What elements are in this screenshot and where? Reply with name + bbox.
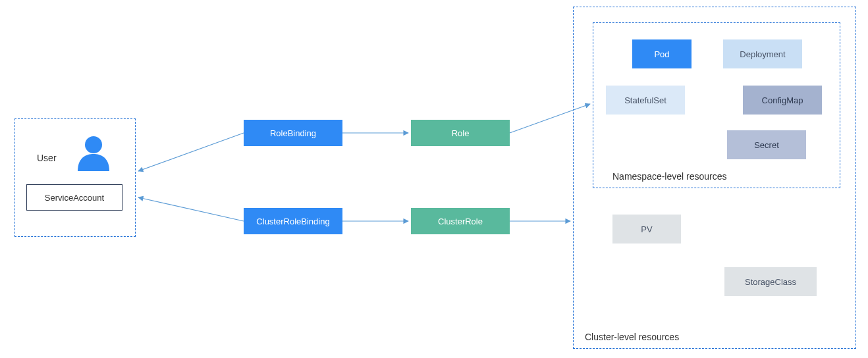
- arrow-clusterrolebinding-to-subjects: [138, 197, 244, 221]
- storageclass-label: StorageClass: [745, 277, 796, 287]
- clusterrolebinding-label: ClusterRoleBinding: [256, 217, 329, 226]
- rolebinding-label: RoleBinding: [270, 128, 316, 138]
- clusterrole-label: ClusterRole: [438, 217, 483, 226]
- statefulset-label: StatefulSet: [624, 95, 666, 105]
- cluster-level-caption: Cluster-level resources: [585, 332, 679, 342]
- service-account-box: ServiceAccount: [26, 184, 122, 211]
- user-icon: [72, 132, 115, 174]
- pod-label: Pod: [654, 49, 669, 59]
- namespace-level-caption: Namespace-level resources: [612, 171, 727, 182]
- secret-box: Secret: [727, 130, 806, 159]
- clusterrolebinding-box: ClusterRoleBinding: [244, 208, 342, 234]
- pv-label: PV: [641, 224, 652, 234]
- secret-label: Secret: [754, 140, 779, 150]
- deployment-label: Deployment: [740, 49, 785, 59]
- rolebinding-box: RoleBinding: [244, 120, 342, 146]
- configmap-label: ConfigMap: [762, 95, 803, 105]
- diagram-canvas: User ServiceAccount RoleBinding ClusterR…: [0, 0, 868, 358]
- svg-point-0: [85, 136, 102, 153]
- statefulset-box: StatefulSet: [606, 86, 685, 115]
- deployment-box: Deployment: [723, 39, 802, 68]
- service-account-label: ServiceAccount: [45, 193, 104, 203]
- arrow-rolebinding-to-subjects: [138, 133, 244, 171]
- role-box: Role: [411, 120, 510, 146]
- storageclass-box: StorageClass: [724, 267, 817, 296]
- role-label: Role: [452, 128, 470, 138]
- configmap-box: ConfigMap: [743, 86, 822, 115]
- pv-box: PV: [612, 215, 681, 243]
- user-label: User: [37, 153, 57, 163]
- pod-box: Pod: [632, 39, 692, 68]
- clusterrole-box: ClusterRole: [411, 208, 510, 234]
